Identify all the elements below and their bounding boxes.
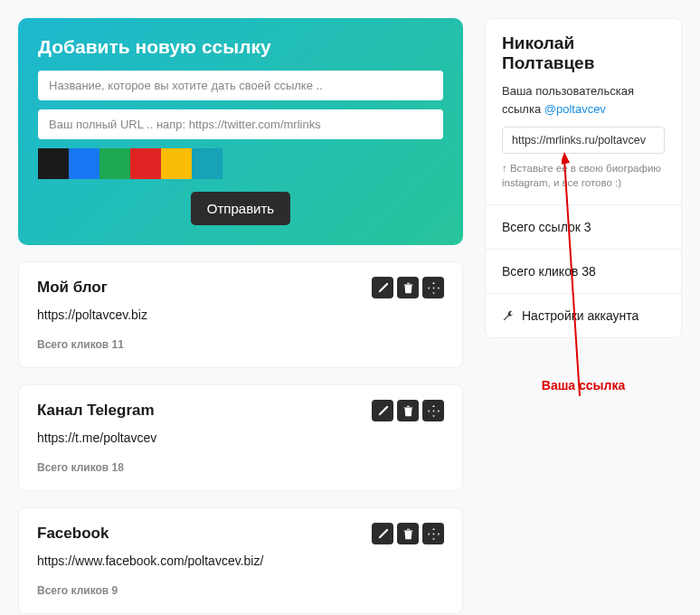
add-link-card: Добавить новую ссылку Отправить [18,18,463,245]
trash-icon [402,282,414,294]
color-swatch-blue[interactable] [69,148,99,179]
link-card: Facebook https://www.facebook.com/poltav… [18,507,463,614]
move-button[interactable] [422,277,444,298]
profile-name: Николай Полтавцев [502,33,665,73]
color-swatch-teal[interactable] [192,148,222,179]
color-picker [38,148,443,179]
link-card: Мой блог https://poltavcev.biz Всего кли… [18,261,463,368]
link-clicks: Всего кликов 11 [37,338,444,351]
total-links: Всего ссылок 3 [502,220,665,234]
link-url: https://t.me/poltavcev [37,430,444,445]
trash-icon [402,528,414,540]
link-title: Мой блог [37,279,108,297]
delete-button[interactable] [397,400,419,421]
color-swatch-yellow[interactable] [161,148,192,179]
profile-desc: Ваша пользовательская ссылка @poltavcev [502,82,665,118]
move-icon [428,528,440,540]
link-clicks: Всего кликов 9 [37,584,444,597]
link-url: https://poltavcev.biz [37,308,444,322]
settings-label: Настройки аккаунта [522,308,639,323]
link-actions [372,277,444,298]
account-settings-link[interactable]: Настройки аккаунта [502,308,665,323]
pencil-icon [377,282,389,294]
link-clicks: Всего кликов 18 [37,461,444,474]
edit-button[interactable] [372,400,393,421]
move-button[interactable] [422,400,444,421]
profile-handle[interactable]: @poltavcev [544,102,606,116]
link-name-input[interactable] [38,71,443,100]
link-actions [372,400,444,421]
annotation: Ваша ссылка [485,378,682,393]
edit-button[interactable] [372,523,393,544]
edit-button[interactable] [372,277,393,298]
profile-hint: ↑ Вставьте ее в свою биографию instagram… [502,161,665,190]
move-icon [428,282,440,294]
annotation-label: Ваша ссылка [485,378,682,393]
total-clicks: Всего кликов 38 [502,264,665,279]
pencil-icon [377,528,389,540]
link-url-input[interactable] [38,109,443,139]
pencil-icon [377,405,389,417]
color-swatch-red[interactable] [130,148,161,179]
delete-button[interactable] [397,523,419,544]
move-icon [428,405,440,417]
link-card: Канал Telegram https://t.me/poltavcev Вс… [18,384,463,491]
delete-button[interactable] [397,277,419,298]
link-actions [372,523,444,544]
trash-icon [402,405,414,417]
color-swatch-green[interactable] [99,148,130,179]
wrench-icon [502,309,515,322]
move-button[interactable] [422,523,444,544]
link-title: Facebook [37,525,109,543]
link-title: Канал Telegram [37,402,155,420]
submit-button[interactable]: Отправить [191,192,290,225]
link-url: https://www.facebook.com/poltavcev.biz/ [37,554,444,568]
color-swatch-black[interactable] [38,148,69,179]
profile-card: Николай Полтавцев Ваша пользовательская … [485,18,682,338]
profile-link-input[interactable] [502,127,665,154]
add-link-title: Добавить новую ссылку [38,36,443,58]
